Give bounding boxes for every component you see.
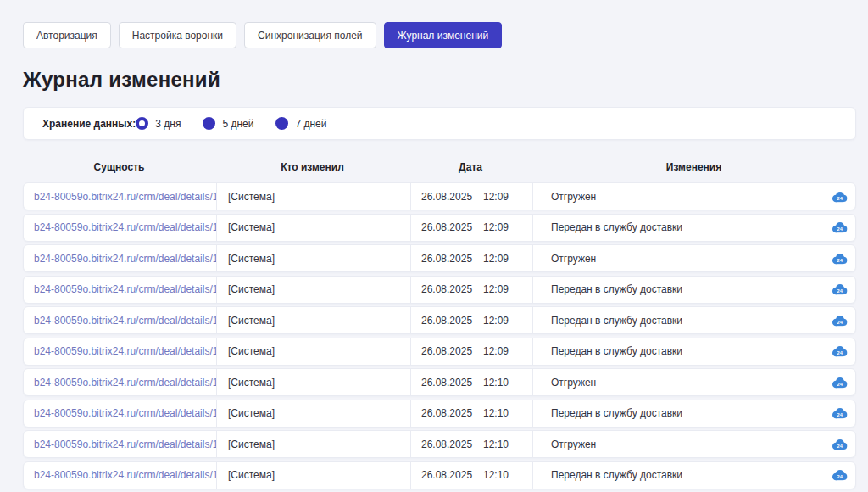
change-value: Передан в службу доставки bbox=[551, 315, 682, 327]
date-value: 26.08.2025 bbox=[421, 439, 472, 450]
bitrix24-cloud-icon: 24 bbox=[832, 283, 848, 295]
change-value: Передан в службу доставки bbox=[551, 469, 682, 481]
time-value: 12:09 bbox=[483, 315, 509, 327]
tab-field-sync[interactable]: Синхронизация полей bbox=[244, 22, 376, 48]
radio-3-days[interactable]: 3 дня bbox=[136, 117, 181, 130]
radio-selected-icon bbox=[136, 117, 148, 130]
date-cell: 26.08.2025 12:10 bbox=[410, 462, 532, 489]
change-value: Передан в службу доставки bbox=[551, 283, 682, 295]
bitrix24-cloud-icon: 24 bbox=[832, 191, 848, 203]
svg-text:24: 24 bbox=[837, 412, 843, 417]
change-value: Передан в службу доставки bbox=[551, 407, 682, 419]
date-value: 26.08.2025 bbox=[421, 191, 472, 203]
tab-funnel-settings[interactable]: Настройка воронки bbox=[119, 22, 236, 48]
entity-link[interactable]: b24-80059o.bitrix24.ru/crm/deal/details/… bbox=[34, 439, 216, 450]
bitrix24-cloud-icon: 24 bbox=[832, 315, 848, 327]
entity-link[interactable]: b24-80059o.bitrix24.ru/crm/deal/details/… bbox=[34, 221, 216, 233]
who-changed-cell: [Система] bbox=[216, 338, 410, 365]
svg-text:24: 24 bbox=[837, 320, 843, 325]
radio-icon bbox=[275, 117, 288, 130]
entity-link[interactable]: b24-80059o.bitrix24.ru/crm/deal/details/… bbox=[34, 345, 216, 357]
time-value: 12:09 bbox=[483, 191, 509, 203]
entity-cell: b24-80059o.bitrix24.ru/crm/deal/details/… bbox=[24, 400, 216, 427]
entity-cell: b24-80059o.bitrix24.ru/crm/deal/details/… bbox=[24, 183, 216, 210]
time-value: 12:10 bbox=[483, 377, 509, 389]
entity-link[interactable]: b24-80059o.bitrix24.ru/crm/deal/details/… bbox=[34, 191, 216, 203]
who-changed-cell: [Система] bbox=[216, 277, 410, 303]
changes-cell: Передан в службу доставки 24 bbox=[532, 277, 857, 303]
radio-5-days[interactable]: 5 дней bbox=[203, 117, 253, 130]
change-value: Передан в службу доставки bbox=[551, 345, 682, 357]
table-row: b24-80059o.bitrix24.ru/crm/deal/details/… bbox=[23, 338, 856, 366]
entity-link[interactable]: b24-80059o.bitrix24.ru/crm/deal/details/… bbox=[34, 253, 216, 265]
svg-text:24: 24 bbox=[837, 444, 843, 449]
entity-link[interactable]: b24-80059o.bitrix24.ru/crm/deal/details/… bbox=[34, 315, 216, 327]
storage-settings-card: Хранение данных: 3 дня 5 дней 7 дней bbox=[23, 107, 856, 140]
date-cell: 26.08.2025 12:09 bbox=[410, 245, 532, 271]
who-changed-cell: [Система] bbox=[216, 245, 410, 271]
entity-link[interactable]: b24-80059o.bitrix24.ru/crm/deal/details/… bbox=[34, 469, 216, 481]
time-value: 12:10 bbox=[483, 469, 509, 481]
svg-text:24: 24 bbox=[837, 258, 843, 263]
table-header: Сущность Кто изменил Дата Изменения bbox=[23, 161, 856, 173]
bitrix24-cloud-icon: 24 bbox=[832, 439, 848, 450]
svg-text:24: 24 bbox=[837, 382, 843, 387]
entity-cell: b24-80059o.bitrix24.ru/crm/deal/details/… bbox=[24, 215, 216, 241]
change-value: Отгружен bbox=[551, 253, 596, 265]
table-row: b24-80059o.bitrix24.ru/crm/deal/details/… bbox=[23, 214, 856, 242]
svg-text:24: 24 bbox=[837, 288, 843, 294]
entity-link[interactable]: b24-80059o.bitrix24.ru/crm/deal/details/… bbox=[34, 377, 216, 389]
who-changed-cell: [Система] bbox=[216, 462, 410, 489]
changes-cell: Передан в службу доставки 24 bbox=[532, 338, 857, 365]
svg-text:24: 24 bbox=[837, 226, 843, 232]
column-header-entity: Сущность bbox=[23, 161, 215, 173]
bitrix24-cloud-icon: 24 bbox=[832, 377, 848, 389]
svg-text:24: 24 bbox=[837, 474, 843, 479]
time-value: 12:09 bbox=[483, 221, 509, 233]
entity-cell: b24-80059o.bitrix24.ru/crm/deal/details/… bbox=[24, 338, 216, 365]
entity-cell: b24-80059o.bitrix24.ru/crm/deal/details/… bbox=[24, 431, 216, 457]
table-row: b24-80059o.bitrix24.ru/crm/deal/details/… bbox=[23, 276, 856, 304]
time-value: 12:09 bbox=[483, 345, 509, 357]
date-value: 26.08.2025 bbox=[421, 283, 472, 295]
change-value: Передан в службу доставки bbox=[551, 221, 682, 233]
entity-link[interactable]: b24-80059o.bitrix24.ru/crm/deal/details/… bbox=[34, 407, 216, 419]
storage-label: Хранение данных: bbox=[42, 118, 136, 130]
change-value: Отгружен bbox=[551, 377, 596, 389]
column-header-date: Дата bbox=[409, 161, 531, 173]
entity-link[interactable]: b24-80059o.bitrix24.ru/crm/deal/details/… bbox=[34, 283, 216, 295]
date-value: 26.08.2025 bbox=[421, 345, 472, 357]
radio-7-days[interactable]: 7 дней bbox=[275, 117, 326, 130]
changes-cell: Передан в службу доставки 24 bbox=[532, 400, 857, 427]
svg-text:24: 24 bbox=[837, 350, 843, 355]
changes-cell: Передан в службу доставки 24 bbox=[532, 215, 857, 241]
who-changed-cell: [Система] bbox=[216, 431, 410, 457]
date-value: 26.08.2025 bbox=[421, 315, 472, 327]
bitrix24-cloud-icon: 24 bbox=[832, 345, 848, 357]
column-header-who: Кто изменил bbox=[215, 161, 409, 173]
entity-cell: b24-80059o.bitrix24.ru/crm/deal/details/… bbox=[24, 245, 216, 271]
radio-3-days-label: 3 дня bbox=[155, 118, 181, 130]
who-changed-cell: [Система] bbox=[216, 369, 410, 395]
change-value: Отгружен bbox=[551, 439, 596, 450]
bitrix24-cloud-icon: 24 bbox=[832, 221, 848, 233]
date-cell: 26.08.2025 12:10 bbox=[410, 431, 532, 457]
table-body: b24-80059o.bitrix24.ru/crm/deal/details/… bbox=[23, 182, 856, 489]
who-changed-cell: [Система] bbox=[216, 215, 410, 241]
time-value: 12:10 bbox=[483, 439, 509, 450]
tab-change-log[interactable]: Журнал изменений bbox=[384, 22, 503, 48]
change-value: Отгружен bbox=[551, 191, 596, 203]
date-cell: 26.08.2025 12:10 bbox=[410, 400, 532, 427]
date-cell: 26.08.2025 12:09 bbox=[410, 183, 532, 210]
page-title: Журнал изменений bbox=[23, 68, 856, 92]
date-cell: 26.08.2025 12:09 bbox=[410, 215, 532, 241]
column-header-changes: Изменения bbox=[531, 161, 856, 173]
table-row: b24-80059o.bitrix24.ru/crm/deal/details/… bbox=[23, 244, 856, 272]
tab-authorization[interactable]: Авторизация bbox=[23, 22, 111, 48]
bitrix24-cloud-icon: 24 bbox=[832, 253, 848, 265]
time-value: 12:10 bbox=[483, 407, 509, 419]
svg-text:24: 24 bbox=[837, 196, 843, 201]
who-changed-cell: [Система] bbox=[216, 183, 410, 210]
changes-cell: Отгружен 24 bbox=[532, 245, 857, 271]
date-value: 26.08.2025 bbox=[421, 253, 472, 265]
